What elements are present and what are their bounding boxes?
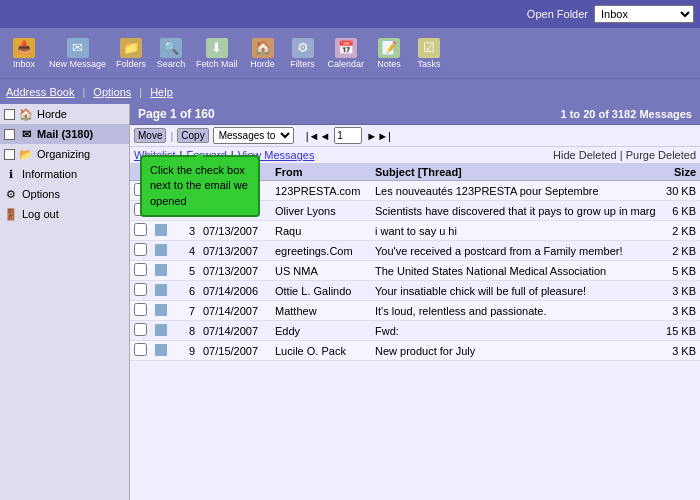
toolbar-btn-fetch-mail[interactable]: ⬇Fetch Mail [193,36,241,71]
sidebar-label-information: Information [22,168,77,180]
sidebar-icon-horde: 🏠 [19,107,33,121]
sidebar-item-horde[interactable]: 🏠Horde [0,104,129,124]
row-checkbox[interactable] [130,301,151,321]
page-input[interactable] [334,127,362,144]
toolbar-btn-tasks[interactable]: ☑Tasks [411,36,447,71]
row-checkbox[interactable] [130,341,151,361]
calendar-icon: 📅 [335,38,357,58]
table-row[interactable]: 5 07/13/2007 US NMA The United States Na… [130,261,700,281]
open-folder-select[interactable]: Inbox Sent Trash Drafts [594,5,694,23]
row-checkbox[interactable] [130,241,151,261]
row-size: 3 KB [660,281,700,301]
th-size: Size [660,164,700,181]
row-subject: You've received a postcard from a Family… [371,241,660,261]
page-info: Page 1 of 160 [138,107,215,121]
row-date: 07/13/2007 [199,261,271,281]
row-date: 07/13/2007 [199,241,271,261]
row-date: 07/13/2007 [199,221,271,241]
messages-to-select[interactable]: Messages to Inbox Trash [213,127,294,144]
horde-label: Horde [250,59,275,69]
email-checkbox[interactable] [134,323,147,336]
row-subject: Your insatiable chick will be full of pl… [371,281,660,301]
new-message-label: New Message [49,59,106,69]
row-checkbox[interactable] [130,261,151,281]
toolbar2-btn-help[interactable]: Help [150,86,173,98]
email-checkbox[interactable] [134,263,147,276]
row-subject: i want to say u hi [371,221,660,241]
move-button[interactable]: Move [134,128,166,143]
toolbar2-btn-options[interactable]: Options [93,86,131,98]
row-size: 5 KB [660,261,700,281]
table-row[interactable]: 8 07/14/2007 Eddy Fwd: 15 KB [130,321,700,341]
row-from: Oliver Lyons [271,201,371,221]
envelope-icon [155,284,167,296]
table-row[interactable]: 9 07/15/2007 Lucile O. Pack New product … [130,341,700,361]
email-checkbox[interactable] [134,343,147,356]
sidebar-label-mail: Mail (3180) [37,128,93,140]
row-icons [151,261,179,281]
row-size: 6 KB [660,201,700,221]
sidebar-item-information[interactable]: ℹInformation [0,164,129,184]
open-folder-label: Open Folder [527,8,588,20]
sidebar-checkbox-horde[interactable] [4,109,15,120]
top-bar: Open Folder Inbox Sent Trash Drafts [0,0,700,28]
tasks-icon: ☑ [418,38,440,58]
toolbar-btn-horde[interactable]: 🏠Horde [245,36,281,71]
action-separator: | [170,130,173,142]
toolbar-btn-search[interactable]: 🔍Search [153,36,189,71]
email-checkbox[interactable] [134,303,147,316]
row-num: 6 [179,281,199,301]
row-checkbox[interactable] [130,321,151,341]
sidebar: 🏠Horde✉Mail (3180)📂OrganizingℹInformatio… [0,104,130,500]
sidebar-item-organizing[interactable]: 📂Organizing [0,144,129,164]
toolbar-btn-notes[interactable]: 📝Notes [371,36,407,71]
filters-label: Filters [290,59,315,69]
sidebar-item-options[interactable]: ⚙Options [0,184,129,204]
row-num: 8 [179,321,199,341]
row-checkbox[interactable] [130,221,151,241]
action-bar: Move | Copy Messages to Inbox Trash |◄◄ … [130,125,700,147]
table-row[interactable]: 3 07/13/2007 Raqu i want to say u hi 2 K… [130,221,700,241]
toolbar2-separator: | [82,86,85,98]
table-row[interactable]: 6 07/14/2006 Ottie L. Galindo Your insat… [130,281,700,301]
toolbar-btn-folders[interactable]: 📁Folders [113,36,149,71]
sidebar-label-organizing: Organizing [37,148,90,160]
row-icons [151,341,179,361]
table-row[interactable]: 7 07/14/2007 Matthew It's loud, relentle… [130,301,700,321]
row-from: Ottie L. Galindo [271,281,371,301]
copy-button[interactable]: Copy [177,128,208,143]
row-icons [151,321,179,341]
horde-icon: 🏠 [252,38,274,58]
envelope-icon [155,344,167,356]
row-size: 2 KB [660,241,700,261]
toolbar-btn-inbox[interactable]: 📥Inbox [6,36,42,71]
search-icon: 🔍 [160,38,182,58]
row-icons [151,301,179,321]
new-message-icon: ✉ [67,38,89,58]
sidebar-item-logout[interactable]: 🚪Log out [0,204,129,224]
email-checkbox[interactable] [134,223,147,236]
email-checkbox[interactable] [134,283,147,296]
toolbar-btn-filters[interactable]: ⚙Filters [285,36,321,71]
row-date: 07/15/2007 [199,341,271,361]
toolbar2-btn-address-book[interactable]: Address Book [6,86,74,98]
row-checkbox[interactable] [130,281,151,301]
row-icons [151,281,179,301]
envelope-icon [155,264,167,276]
toolbar-btn-calendar[interactable]: 📅Calendar [325,36,368,71]
search-label: Search [157,59,186,69]
envelope-icon [155,304,167,316]
th-from: From [271,164,371,181]
sidebar-checkbox-mail[interactable] [4,129,15,140]
sidebar-item-mail[interactable]: ✉Mail (3180) [0,124,129,144]
sidebar-checkbox-organizing[interactable] [4,149,15,160]
toolbar-btn-new-message[interactable]: ✉New Message [46,36,109,71]
table-row[interactable]: 4 07/13/2007 egreetings.Com You've recei… [130,241,700,261]
notes-label: Notes [377,59,401,69]
email-checkbox[interactable] [134,243,147,256]
sidebar-label-logout: Log out [22,208,59,220]
sidebar-label-options: Options [22,188,60,200]
row-from: Eddy [271,321,371,341]
row-size: 3 KB [660,301,700,321]
sidebar-icon-logout: 🚪 [4,207,18,221]
